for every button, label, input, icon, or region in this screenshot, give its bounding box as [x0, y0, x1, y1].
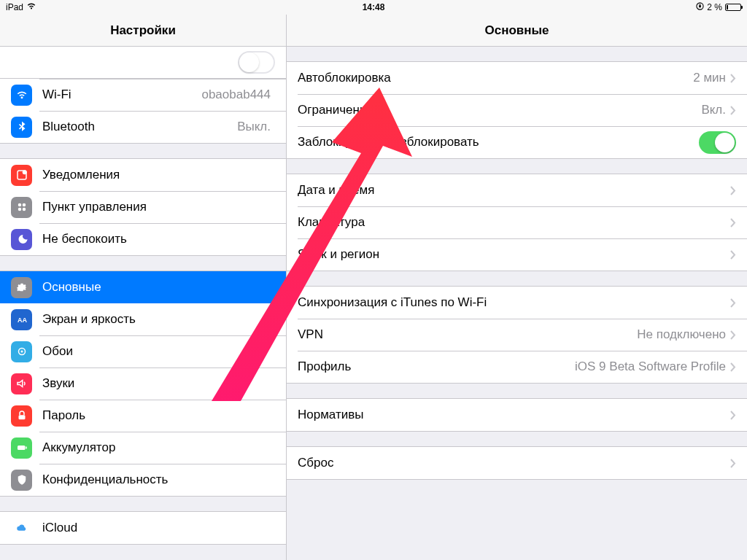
chevron-right-icon [730, 411, 736, 420]
settings-sidebar: Настройки Wi-Fi obaobab444 Blue [0, 15, 287, 560]
row-label: Нормативы [298, 408, 730, 422]
device-name: iPad [6, 2, 23, 12]
detail-panel: Основные Автоблокировка 2 мин Ограничени… [287, 15, 747, 560]
detail-title: Основные [287, 15, 747, 47]
detail-scroll[interactable]: Автоблокировка 2 мин Ограничения Вкл. За… [287, 47, 747, 560]
svg-point-3 [22, 170, 26, 174]
sidebar-item-privacy[interactable]: Конфиденциальность [0, 464, 286, 496]
sidebar-item-label: Пароль [42, 408, 275, 423]
sidebar-item-passcode[interactable]: Пароль [0, 400, 286, 432]
row-label: Профиль [298, 359, 575, 374]
sidebar-item-notifications[interactable]: Уведомления [0, 159, 286, 191]
row-value: Не подключено [637, 327, 726, 342]
svg-point-7 [22, 208, 26, 211]
status-bar: iPad 14:48 2 % [0, 0, 747, 15]
chevron-right-icon [730, 186, 736, 195]
sidebar-item-wifi[interactable]: Wi-Fi obaobab444 [0, 79, 286, 111]
svg-point-5 [22, 203, 26, 207]
rotation-lock-icon [696, 2, 704, 12]
row-datetime[interactable]: Дата и время [287, 174, 747, 206]
sidebar-item-battery[interactable]: Аккумулятор [0, 432, 286, 464]
svg-rect-11 [18, 415, 25, 419]
dnd-icon [11, 229, 32, 250]
notifications-icon [11, 165, 32, 186]
sidebar-item-airplane[interactable] [0, 47, 286, 79]
row-vpn[interactable]: VPN Не подключено [287, 319, 747, 351]
sidebar-item-value: Выкл. [237, 120, 271, 134]
row-restrictions[interactable]: Ограничения Вкл. [287, 94, 747, 126]
bluetooth-icon [11, 117, 32, 138]
sidebar-item-value: obaobab444 [201, 88, 271, 102]
sidebar-item-general[interactable]: Основные [0, 271, 286, 303]
privacy-icon [11, 470, 32, 491]
chevron-right-icon [730, 74, 736, 83]
sidebar-item-label: Звуки [42, 376, 275, 391]
status-time: 14:48 [363, 2, 385, 12]
row-autolock[interactable]: Автоблокировка 2 мин [287, 62, 747, 94]
row-regulatory[interactable]: Нормативы [287, 399, 747, 431]
sidebar-item-label: Конфиденциальность [42, 472, 275, 487]
lock-icon [11, 405, 32, 427]
row-reset[interactable]: Сброс [287, 447, 747, 479]
battery-settings-icon [11, 438, 32, 459]
sidebar-item-dnd[interactable]: Не беспокоить [0, 223, 286, 255]
chevron-right-icon [730, 362, 736, 372]
row-language-region[interactable]: Язык и регион [287, 238, 747, 271]
row-value: Вкл. [701, 103, 726, 117]
row-label: VPN [298, 327, 637, 342]
sidebar-item-icloud[interactable]: iCloud [0, 512, 286, 544]
sidebar-scroll[interactable]: Wi-Fi obaobab444 Bluetooth Выкл. Уведом [0, 47, 286, 560]
chevron-right-icon [730, 330, 736, 340]
sidebar-item-label: Обои [42, 344, 275, 359]
row-profile[interactable]: Профиль iOS 9 Beta Software Profile [287, 351, 747, 383]
airplane-toggle[interactable] [238, 51, 275, 74]
sidebar-item-bluetooth[interactable]: Bluetooth Выкл. [0, 111, 286, 143]
svg-rect-12 [18, 446, 26, 450]
battery-icon [725, 4, 741, 11]
row-label: Автоблокировка [298, 71, 693, 85]
sidebar-item-label: Экран и яркость [42, 312, 275, 327]
row-keyboard[interactable]: Клавиатура [287, 206, 747, 238]
display-icon: AA [11, 309, 32, 330]
svg-text:AA: AA [18, 316, 27, 324]
row-value: iOS 9 Beta Software Profile [575, 359, 726, 374]
sidebar-item-sounds[interactable]: Звуки [0, 368, 286, 400]
wifi-icon [26, 2, 36, 12]
icloud-icon [11, 518, 32, 539]
chevron-right-icon [730, 459, 736, 468]
sidebar-item-label: Основные [42, 280, 275, 295]
sidebar-item-label: Аккумулятор [42, 440, 275, 455]
sidebar-item-control-center[interactable]: Пункт управления [0, 191, 286, 223]
svg-point-6 [18, 208, 21, 211]
chevron-right-icon [730, 298, 736, 308]
svg-rect-1 [699, 5, 701, 7]
sidebar-item-label: Bluetooth [42, 120, 237, 134]
wifi-settings-icon [11, 85, 32, 106]
svg-rect-13 [26, 447, 27, 449]
sidebar-item-label: Не беспокоить [42, 232, 275, 246]
battery-percent: 2 % [707, 2, 722, 12]
row-label: Синхронизация с iTunes по Wi-Fi [298, 295, 730, 310]
sidebar-item-label: Уведомления [42, 168, 275, 182]
row-lock-unlock[interactable]: Заблокировать/разблокировать [287, 126, 747, 158]
row-itunes-wifi-sync[interactable]: Синхронизация с iTunes по Wi-Fi [287, 287, 747, 319]
sidebar-item-display[interactable]: AA Экран и яркость [0, 303, 286, 335]
svg-point-4 [18, 203, 21, 207]
sidebar-item-label: iCloud [42, 521, 275, 535]
gear-icon [11, 277, 32, 298]
wallpaper-icon [11, 341, 32, 362]
lock-unlock-toggle[interactable] [699, 131, 736, 154]
svg-point-10 [20, 351, 23, 353]
status-left: iPad [6, 2, 36, 12]
sounds-icon [11, 373, 32, 394]
sidebar-item-label: Wi-Fi [42, 88, 201, 102]
status-right: 2 % [696, 2, 741, 12]
row-label: Клавиатура [298, 215, 730, 230]
row-label: Язык и регион [298, 247, 730, 262]
sidebar-item-wallpaper[interactable]: Обои [0, 335, 286, 368]
chevron-right-icon [730, 218, 736, 228]
chevron-right-icon [730, 106, 736, 115]
row-label: Дата и время [298, 183, 730, 198]
row-label: Сброс [298, 456, 730, 470]
sidebar-item-label: Пункт управления [42, 200, 275, 214]
